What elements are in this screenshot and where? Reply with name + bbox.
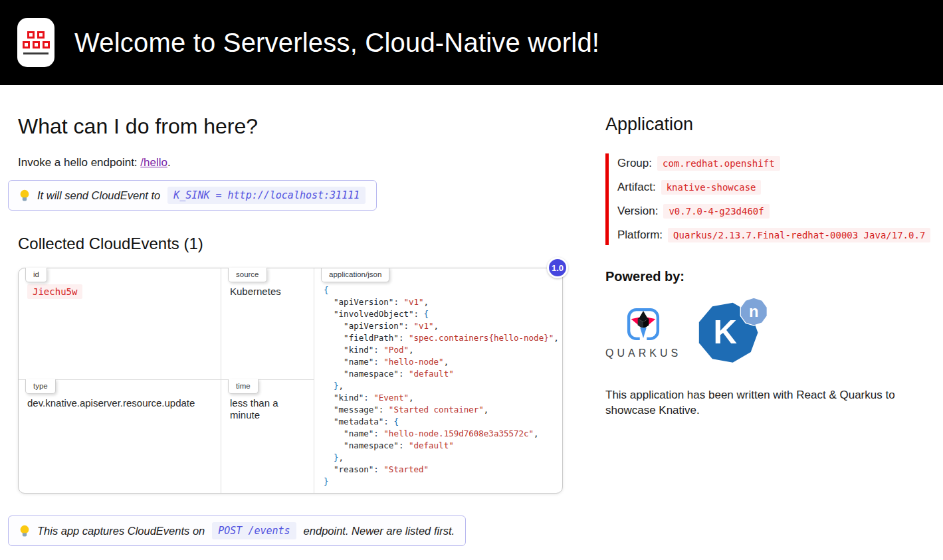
quarkus-logo[interactable]: QUARKUS: [605, 306, 681, 359]
application-heading: Application: [605, 114, 930, 135]
icon-squares-top: [27, 31, 45, 39]
event-time-cell: time less than a minute: [221, 380, 314, 493]
svg-text:K: K: [714, 314, 738, 350]
hello-endpoint-link[interactable]: /hello: [140, 156, 167, 169]
quarkus-icon: [625, 306, 662, 343]
ksink-code: K_SINK = http://localhost:31111: [167, 187, 366, 204]
time-column-label: time: [228, 379, 259, 394]
content-type-label: application/json: [321, 268, 389, 282]
event-id-cell: id Jiechu5w: [19, 268, 221, 380]
powered-by-logos: QUARKUS K n: [605, 298, 930, 367]
app-grid-icon: [17, 18, 54, 67]
application-fields: Group: com.redhat.openshift Artifact: kn…: [605, 153, 930, 245]
main-content: What can I do from here? Invoke a hello …: [0, 85, 587, 560]
events-tip-text-after: endpoint. Newer are listed first.: [304, 525, 455, 537]
application-group-field: Group: com.redhat.openshift: [617, 156, 930, 171]
type-column-label: type: [25, 379, 56, 394]
svg-text:n: n: [749, 303, 758, 320]
event-time-value: less than a minute: [230, 397, 278, 420]
group-value: com.redhat.openshift: [657, 156, 780, 171]
invoke-prefix: Invoke a hello endpoint:: [18, 156, 140, 169]
app-description: This application has been written with R…: [605, 387, 916, 419]
event-source-cell: source Kubernetes: [221, 268, 314, 380]
event-payload-json: { "apiVersion": "v1", "involvedObject": …: [324, 284, 558, 488]
event-id-value: Jiechu5w: [27, 284, 82, 299]
application-platform-field: Platform: Quarkus/2.13.7.Final-redhat-00…: [617, 228, 930, 242]
post-events-code: POST /events: [212, 522, 296, 539]
event-source-value: Kubernetes: [230, 286, 281, 297]
ksink-tip: It will send CloudEvent to K_SINK = http…: [8, 180, 377, 211]
artifact-label: Artifact:: [617, 181, 656, 194]
version-label: Version:: [617, 205, 658, 218]
collected-cloudevents-heading: Collected CloudEvents (1): [18, 234, 587, 253]
app-header: Welcome to Serverless, Cloud-Native worl…: [0, 0, 943, 85]
events-endpoint-tip: This app captures CloudEvents on POST /e…: [8, 515, 466, 546]
application-version-field: Version: v0.7.0-4-g23d460f: [617, 204, 930, 219]
platform-value: Quarkus/2.13.7.Final-redhat-00003 Java/1…: [668, 228, 930, 242]
icon-square: [33, 41, 40, 48]
source-column-label: source: [228, 268, 267, 282]
quarkus-wordmark: QUARKUS: [605, 347, 681, 359]
knative-logo[interactable]: K n: [697, 298, 770, 367]
icon-underline: [23, 52, 49, 54]
group-label: Group:: [617, 157, 652, 170]
knative-icon: K n: [697, 298, 770, 365]
application-artifact-field: Artifact: knative-showcase: [617, 180, 930, 195]
icon-square: [27, 31, 35, 39]
icon-square: [23, 41, 30, 48]
platform-label: Platform:: [617, 229, 663, 242]
event-payload-cell: application/json { "apiVersion": "v1", "…: [314, 268, 562, 493]
powered-by-heading: Powered by:: [605, 269, 930, 284]
events-tip-text-before: This app captures CloudEvents on: [37, 525, 205, 537]
ksink-tip-text: It will send CloudEvent to: [37, 189, 160, 202]
event-type-value: dev.knative.apiserver.resource.update: [27, 397, 195, 409]
icon-squares-bottom: [23, 41, 50, 48]
artifact-value: knative-showcase: [661, 180, 762, 195]
icon-square: [43, 41, 50, 48]
version-value: v0.7.0-4-g23d460f: [663, 204, 769, 219]
lightbulb-icon: [19, 525, 30, 537]
page-title: What can I do from here?: [18, 114, 587, 139]
cloudevents-table: 1.0 id Jiechu5w source Kubernetes applic…: [18, 268, 563, 494]
id-column-label: id: [25, 268, 47, 282]
invoke-suffix: .: [167, 156, 171, 169]
invoke-text: Invoke a hello endpoint: /hello.: [18, 156, 587, 169]
icon-square: [37, 31, 45, 39]
app-title: Welcome to Serverless, Cloud-Native worl…: [74, 28, 599, 58]
event-type-cell: type dev.knative.apiserver.resource.upda…: [19, 380, 221, 493]
application-sidebar: Application Group: com.redhat.openshift …: [587, 85, 943, 438]
lightbulb-icon: [19, 189, 30, 202]
